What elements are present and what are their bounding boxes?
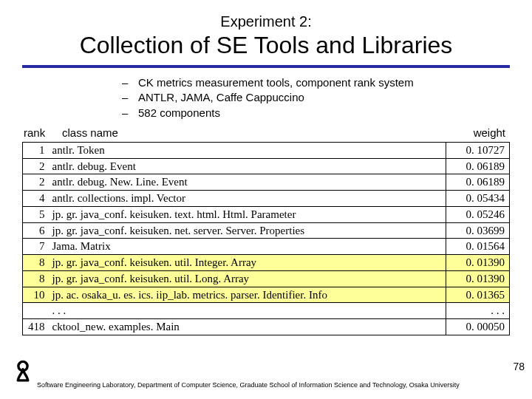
table-row: 2antlr. debug. New. Line. Event0. 06189	[23, 174, 510, 191]
col-header-class: class name	[62, 126, 446, 139]
cell-rank: 10	[23, 287, 50, 303]
cell-class-name: Jama. Matrix	[50, 239, 446, 255]
title-underline	[22, 65, 510, 68]
table-row: 6jp. gr. java_conf. keisuken. net. serve…	[23, 222, 510, 239]
col-header-weight: weight	[446, 126, 505, 139]
cell-rank: 4	[23, 191, 50, 207]
cell-class-name: antlr. debug. Event	[50, 158, 446, 174]
cell-rank: 6	[23, 222, 50, 239]
cell-class-name: jp. gr. java_conf. keisuken. util. Integ…	[50, 255, 446, 271]
table-row: 1antlr. Token0. 10727	[23, 142, 510, 158]
cell-weight: 0. 06189	[446, 158, 510, 174]
cell-weight: 0. 01365	[446, 287, 510, 303]
cell-class-name: jp. ac. osaka_u. es. ics. iip_lab. metri…	[50, 287, 446, 303]
cell-class-name: antlr. collections. impl. Vector	[50, 191, 446, 207]
cell-rank: 5	[23, 206, 50, 222]
table-row: . . . . . .	[23, 303, 510, 319]
cell-weight: 0. 01390	[446, 255, 510, 271]
cell-weight: 0. 06189	[446, 174, 510, 191]
cell-weight: 0. 05434	[446, 191, 510, 207]
cell-class-name: jp. gr. java_conf. keisuken. text. html.…	[50, 206, 446, 222]
cell-class-name: antlr. Token	[50, 142, 446, 158]
bullet-item: 582 components	[138, 106, 220, 120]
table-row: 8 jp. gr. java_conf. keisuken. util. Int…	[23, 255, 510, 271]
cell-rank: 2	[23, 158, 50, 174]
cell-weight: . . .	[446, 303, 510, 319]
table-row: 7Jama. Matrix0. 01564	[23, 239, 510, 255]
cell-class-name: antlr. debug. New. Line. Event	[50, 174, 446, 191]
table-header-row: rank class name weight	[22, 125, 510, 142]
bullet-item: ANTLR, JAMA, Caffe Cappuccino	[138, 90, 304, 105]
col-header-rank: rank	[24, 126, 62, 139]
cell-rank: 418	[23, 319, 50, 335]
table-row: 8 jp. gr. java_conf. keisuken. util. Lon…	[23, 270, 510, 287]
rank-table: 1antlr. Token0. 107272antlr. debug. Even…	[22, 142, 510, 335]
cell-weight: 0. 03699	[446, 222, 510, 239]
footer-text: Software Engineering Laboratory, Departm…	[37, 381, 460, 389]
page-number: 78	[513, 361, 525, 372]
cell-weight: 0. 00050	[446, 319, 510, 335]
cell-class-name: jp. gr. java_conf. keisuken. net. server…	[50, 222, 446, 239]
cell-rank: 8	[23, 255, 50, 271]
title-main: Collection of SE Tools and Libraries	[22, 32, 510, 62]
cell-weight: 0. 01564	[446, 239, 510, 255]
table-row: 418cktool_new. examples. Main0. 00050	[23, 319, 510, 335]
bullet-list: –CK metrics measurement tools, component…	[122, 75, 532, 120]
cell-class-name: . . .	[50, 303, 446, 319]
cell-weight: 0. 05246	[446, 206, 510, 222]
lab-logo-icon	[10, 359, 35, 384]
title-supertitle: Experiment 2:	[22, 13, 510, 30]
cell-class-name: cktool_new. examples. Main	[50, 319, 446, 335]
cell-rank	[23, 303, 50, 319]
cell-weight: 0. 10727	[446, 142, 510, 158]
table-row: 2antlr. debug. Event0. 06189	[23, 158, 510, 174]
cell-class-name: jp. gr. java_conf. keisuken. util. Long.…	[50, 270, 446, 287]
cell-weight: 0. 01390	[446, 270, 510, 287]
bullet-item: CK metrics measurement tools, component …	[138, 75, 414, 90]
cell-rank: 2	[23, 174, 50, 191]
cell-rank: 7	[23, 239, 50, 255]
table-row: 10jp. ac. osaka_u. es. ics. iip_lab. met…	[23, 287, 510, 303]
cell-rank: 1	[23, 142, 50, 158]
cell-rank: 8	[23, 270, 50, 287]
table-row: 5jp. gr. java_conf. keisuken. text. html…	[23, 206, 510, 222]
table-row: 4antlr. collections. impl. Vector0. 0543…	[23, 191, 510, 207]
